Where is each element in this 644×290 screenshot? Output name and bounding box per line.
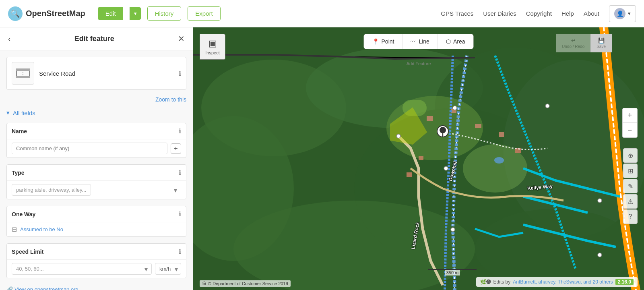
save-button[interactable]: 💾 Save <box>590 34 612 52</box>
save-icon: 💾 <box>598 37 605 44</box>
line-icon: 〰 <box>411 38 416 45</box>
feature-name: Service Road <box>39 70 174 77</box>
add-feature-toolbar: 📍 Point 〰 Line ⬡ Area <box>364 34 474 49</box>
chevron-down-icon: ▾ <box>6 109 10 116</box>
map-right-tools: ⊕ ⊞ ✎ ⚠ ? <box>623 148 638 224</box>
attribution-logo: 🏛 <box>202 281 206 286</box>
attribution: 🏛 © Department of Customer Service 2019 <box>200 280 291 287</box>
area-button[interactable]: ⬡ Area <box>438 34 473 49</box>
svg-rect-18 <box>475 124 481 128</box>
name-field-header: Name ℹ <box>7 123 186 139</box>
speed-limit-select[interactable]: 40, 50, 60... <box>12 263 152 275</box>
close-button[interactable]: ✕ <box>178 34 185 44</box>
svg-rect-21 <box>419 156 423 160</box>
user-diaries-link[interactable]: User Diaries <box>483 10 516 17</box>
logo-icon: 🔍 <box>8 6 23 21</box>
about-link[interactable]: About <box>584 10 599 17</box>
name-label: Name <box>12 128 27 135</box>
name-add-button[interactable]: + <box>171 143 181 154</box>
user-menu-button[interactable]: 👤 ▾ <box>609 5 636 22</box>
svg-rect-3 <box>16 68 30 71</box>
svg-point-33 <box>598 253 602 257</box>
undo-icon: ↩ <box>571 37 576 44</box>
copyright-link[interactable]: Copyright <box>526 10 552 17</box>
speed-unit-select[interactable]: km/h mph <box>155 263 181 275</box>
add-feature-label: Add Feature <box>407 61 431 66</box>
user-dropdown-arrow: ▾ <box>628 10 631 17</box>
type-select-wrap: parking aisle, driveway, alley... <box>12 184 181 196</box>
logo: 🔍 OpenStreetMap <box>8 6 85 21</box>
svg-point-23 <box>494 157 504 164</box>
area-label: Area <box>453 38 465 45</box>
scale-bar: 350 m <box>428 269 477 276</box>
nav-right: GPS Traces User Diaries Copyright Help A… <box>441 5 636 22</box>
zoom-controls: + − <box>622 108 638 138</box>
sidebar-header: ‹ Edit feature ✕ <box>0 27 193 50</box>
one-way-row: ⊟ Assumed to be No <box>7 222 186 236</box>
avatar: 👤 <box>614 8 625 19</box>
osm-link[interactable]: 🔗 View on openstreetmap.org <box>6 286 186 290</box>
version-badge: 2.16.0 <box>615 279 634 285</box>
speed-unit-wrap: km/h mph <box>155 263 181 275</box>
layers-button[interactable]: ⊞ <box>623 164 638 178</box>
back-button[interactable]: ‹ <box>8 34 11 44</box>
edits-users[interactable]: AntBurnett, aharvey, TheSwavu, and 20 ot… <box>513 279 613 285</box>
inspect-label: Inspect <box>205 50 219 55</box>
external-link-icon: 🔗 <box>6 286 13 290</box>
svg-rect-22 <box>407 172 412 177</box>
edits-text: Edits by <box>493 279 511 285</box>
all-fields-toggle[interactable]: ▾ All fields <box>0 106 193 120</box>
speed-limit-label: Speed Limit <box>12 249 43 255</box>
history-button[interactable]: History <box>147 6 182 21</box>
edit-dropdown-button[interactable]: ▾ <box>130 7 141 20</box>
one-way-info-button[interactable]: ℹ <box>179 210 181 218</box>
road-icon <box>15 67 31 80</box>
edits-icon: 🌿🅐 <box>480 279 491 285</box>
edits-bar: 🌿🅐 Edits by AntBurnett, aharvey, TheSwav… <box>476 277 638 287</box>
line-label: Line <box>419 38 429 45</box>
svg-point-27 <box>453 106 457 110</box>
warning-button[interactable]: ⚠ <box>623 194 638 209</box>
export-button[interactable]: Export <box>188 6 220 21</box>
name-info-button[interactable]: ℹ <box>179 127 181 135</box>
type-select[interactable]: parking aisle, driveway, alley... <box>12 184 91 196</box>
type-info-button[interactable]: ℹ <box>179 169 181 176</box>
speed-limit-field-header: Speed Limit ℹ <box>7 244 186 260</box>
one-way-value: Assumed to be No <box>20 226 63 232</box>
zoom-out-button[interactable]: − <box>623 123 637 137</box>
help-link[interactable]: Help <box>561 10 574 17</box>
point-button[interactable]: 📍 Point <box>364 34 403 49</box>
type-label: Type <box>12 170 25 176</box>
map-area[interactable]: Kellys Way Downhill Lizard Rock Wentwort… <box>193 27 644 290</box>
zoom-to-this-link[interactable]: Zoom to this <box>0 96 193 106</box>
line-button[interactable]: 〰 Line <box>402 34 438 49</box>
feature-card: Service Road ℹ <box>6 57 186 90</box>
svg-point-30 <box>451 228 455 232</box>
help-map-button[interactable]: ? <box>623 209 638 224</box>
undo-button[interactable]: ↩ Undo / Redo <box>556 34 590 52</box>
one-way-field-header: One Way ℹ <box>7 206 186 222</box>
scale-label: 350 m <box>445 270 460 276</box>
undo-redo-label: Undo / Redo <box>562 44 584 49</box>
one-way-label: One Way <box>12 211 35 218</box>
main-content: ‹ Edit feature ✕ Service Road ℹ Zoom to … <box>0 27 644 290</box>
gps-traces-link[interactable]: GPS Traces <box>441 10 473 17</box>
save-label: Save <box>597 44 606 49</box>
node-button[interactable]: ✎ <box>623 179 638 193</box>
speed-limit-info-button[interactable]: ℹ <box>179 248 181 255</box>
name-input[interactable] <box>12 143 167 154</box>
feature-icon-box <box>12 62 34 85</box>
name-field-group: Name ℹ + <box>6 123 186 158</box>
edit-button[interactable]: Edit <box>98 7 123 20</box>
svg-point-29 <box>396 134 400 138</box>
speed-limit-row: 40, 50, 60... km/h mph <box>7 260 186 278</box>
location-button[interactable]: ⊕ <box>623 148 638 163</box>
all-fields-label: All fields <box>13 110 35 116</box>
area-icon: ⬡ <box>446 38 451 45</box>
feature-info-button[interactable]: ℹ <box>179 70 181 77</box>
inspect-button[interactable]: ▣ Inspect <box>200 34 225 60</box>
zoom-in-button[interactable]: + <box>623 108 637 123</box>
svg-point-28 <box>444 166 448 170</box>
map-toolbar: ▣ Inspect <box>200 34 225 60</box>
svg-point-26 <box>440 127 446 133</box>
